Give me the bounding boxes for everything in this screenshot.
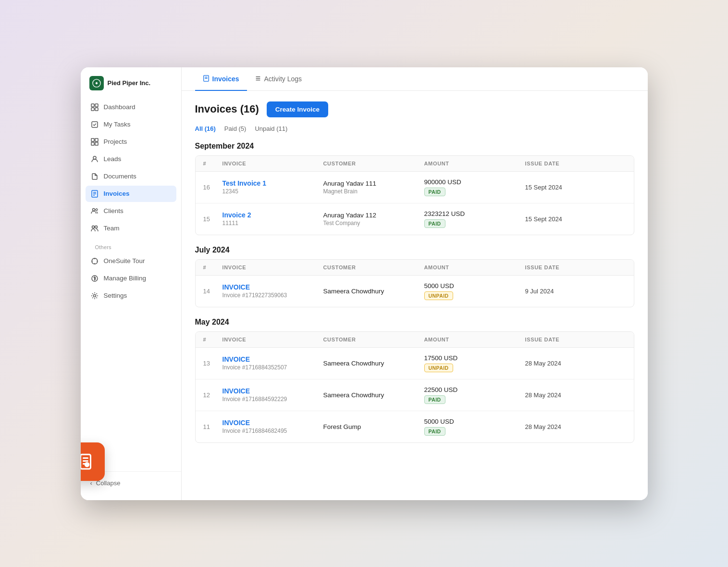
svg-rect-12 [91, 139, 94, 141]
invoice-name[interactable]: INVOICE [222, 419, 323, 427]
activity-logs-tab-label: Activity Logs [264, 75, 302, 83]
col-issue-date: ISSUE DATE [525, 337, 626, 342]
issue-date: 28 May 2024 [525, 391, 626, 399]
content-area: Invoices (16) Create Invoice All (16)Pai… [182, 91, 648, 500]
sidebar-label-dashboard: Dashboard [104, 103, 136, 111]
floating-invoice-icon: $ [81, 442, 105, 481]
section-september-2024: September 2024#INVOICECUSTOMERAMOUNTISSU… [195, 142, 634, 235]
invoice-table: #INVOICECUSTOMERAMOUNTISSUE DATE 16 Test… [195, 155, 634, 235]
tab-invoices[interactable]: Invoices [195, 67, 247, 91]
sidebar-item-my-tasks[interactable]: My Tasks [86, 116, 176, 133]
customer-name: Anurag Yadav 111 [323, 180, 424, 187]
row-number: 15 [203, 215, 222, 223]
amount-value: 17500 USD [424, 354, 525, 362]
filter-paid--5-[interactable]: Paid (5) [224, 124, 247, 133]
invoice-name[interactable]: Test Invoice 1 [222, 179, 323, 187]
table-row[interactable]: 14 INVOICE Invoice #1719227359063 Sameer… [196, 276, 634, 307]
table-header: #INVOICECUSTOMERAMOUNTISSUE DATE [196, 260, 634, 276]
sidebar-item-manage-billing[interactable]: Manage Billing [86, 270, 176, 287]
status-badge: PAID [424, 219, 445, 228]
others-section-label: Others [86, 238, 176, 253]
documents-nav-icon [90, 172, 99, 181]
row-number: 12 [203, 391, 222, 399]
amount-value: 2323212 USD [424, 210, 525, 217]
filter-tabs: All (16)Paid (5)Unpaid (11) [195, 124, 634, 133]
invoice-name[interactable]: INVOICE [222, 355, 323, 363]
sidebar-item-invoices[interactable]: Invoices [86, 186, 176, 202]
table-row[interactable]: 15 Invoice 2 11111 Anurag Yadav 112 Test… [196, 203, 634, 235]
customer-name: Forest Gump [323, 423, 424, 430]
tab-activity-logs[interactable]: Activity Logs [247, 67, 310, 91]
customer-cell: Forest Gump [323, 423, 424, 430]
invoice-name[interactable]: Invoice 2 [222, 211, 323, 219]
col-issue-date: ISSUE DATE [525, 161, 626, 166]
issue-date: 15 Sept 2024 [525, 184, 626, 191]
invoice-cell: INVOICE Invoice #1719227359063 [222, 283, 323, 299]
col-invoice: INVOICE [222, 265, 323, 270]
issue-date: 9 Jul 2024 [525, 288, 626, 295]
invoices-tab-icon [203, 75, 210, 83]
table-row[interactable]: 13 INVOICE Invoice #1716884352507 Sameer… [196, 348, 634, 379]
table-row[interactable]: 16 Test Invoice 1 12345 Anurag Yadav 111… [196, 172, 634, 203]
col-customer: CUSTOMER [323, 265, 424, 270]
sidebar-label-documents: Documents [104, 173, 136, 180]
status-badge: PAID [424, 395, 445, 404]
sidebar-item-leads[interactable]: Leads [86, 151, 176, 167]
sidebar-label-manage-billing: Manage Billing [104, 275, 147, 282]
filter-unpaid--11-[interactable]: Unpaid (11) [255, 124, 287, 133]
sidebar-item-team[interactable]: Team [86, 220, 176, 237]
amount-cell: 5000 USD UNPAID [424, 282, 525, 300]
sidebar-label-team: Team [104, 225, 120, 232]
section-title: September 2024 [195, 142, 634, 151]
col-amount: AMOUNT [424, 161, 525, 166]
settings-icon [90, 291, 99, 300]
company-name: Pied Piper Inc. [108, 79, 151, 87]
table-row[interactable]: 11 INVOICE Invoice #1716884682495 Forest… [196, 411, 634, 442]
sidebar-item-onesuite-tour[interactable]: OneSuite Tour [86, 253, 176, 269]
filter-all--16-[interactable]: All (16) [195, 124, 216, 133]
manage-billing-icon [90, 274, 99, 283]
invoice-cell: INVOICE Invoice #1716884592229 [222, 387, 323, 403]
sidebar-logo: Pied Piper Inc. [81, 76, 181, 99]
svg-rect-9 [91, 108, 94, 111]
invoice-cell: Invoice 2 11111 [222, 211, 323, 227]
customer-name: Sameera Chowdhury [323, 391, 424, 399]
create-invoice-button[interactable]: Create Invoice [267, 101, 328, 117]
invoice-table: #INVOICECUSTOMERAMOUNTISSUE DATE 14 INVO… [195, 259, 634, 307]
customer-company: Test Company [323, 220, 424, 227]
sidebar-label-projects: Projects [104, 138, 127, 145]
invoice-cell: INVOICE Invoice #1716884352507 [222, 355, 323, 371]
sidebar-item-clients[interactable]: Clients [86, 203, 176, 219]
issue-date: 28 May 2024 [525, 423, 626, 430]
sidebar-label-clients: Clients [104, 207, 123, 214]
section-title: July 2024 [195, 246, 634, 254]
sidebar-item-projects[interactable]: Projects [86, 134, 176, 150]
row-number: 16 [203, 184, 222, 191]
invoice-id: Invoice #1716884682495 [222, 428, 323, 434]
svg-rect-7 [91, 104, 94, 107]
invoice-id: Invoice #1719227359063 [222, 292, 323, 299]
col-invoice: INVOICE [222, 161, 323, 166]
team-nav-icon [90, 224, 99, 233]
clients-nav-icon [90, 207, 99, 215]
svg-rect-14 [91, 142, 94, 145]
sidebar-label-settings: Settings [104, 292, 127, 299]
status-badge: PAID [424, 188, 445, 196]
col-num: # [203, 337, 222, 342]
sidebar-label-leads: Leads [104, 155, 122, 163]
svg-point-22 [96, 209, 98, 211]
status-badge: UNPAID [424, 364, 453, 372]
col-issue-date: ISSUE DATE [525, 265, 626, 270]
invoice-table: #INVOICECUSTOMERAMOUNTISSUE DATE 13 INVO… [195, 331, 634, 443]
table-header: #INVOICECUSTOMERAMOUNTISSUE DATE [196, 332, 634, 348]
table-row[interactable]: 12 INVOICE Invoice #1716884592229 Sameer… [196, 379, 634, 411]
sidebar-item-settings[interactable]: Settings [86, 288, 176, 304]
sidebar-item-dashboard[interactable]: Dashboard [86, 99, 176, 115]
sidebar-item-documents[interactable]: Documents [86, 168, 176, 185]
invoice-name[interactable]: INVOICE [222, 283, 323, 291]
dashboard-nav-icon [90, 103, 99, 112]
svg-rect-10 [95, 108, 98, 111]
amount-cell: 900000 USD PAID [424, 178, 525, 196]
invoice-name[interactable]: INVOICE [222, 387, 323, 395]
svg-rect-15 [95, 142, 98, 145]
